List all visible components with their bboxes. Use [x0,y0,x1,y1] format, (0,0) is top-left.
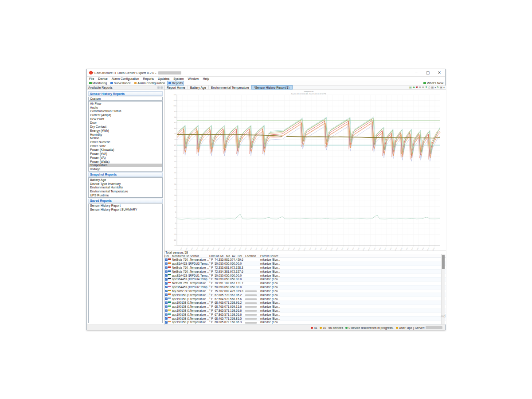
tab-report-home[interactable]: Report Home [164,86,188,89]
row-checkbox[interactable]: ✓ [165,270,168,273]
close-button[interactable]: ✕ [434,69,445,76]
row-checkbox[interactable]: ✓ [165,274,168,277]
add-series-icon[interactable]: ✚ [413,86,415,89]
sensor-history-chart[interactable]: 1101051009590858075706560555045403530252… [164,90,446,250]
toolbar-item-surveillance[interactable]: Surveillance [110,81,132,85]
row-checkbox[interactable]: ✓ [165,262,168,265]
row-checkbox[interactable]: ✓ [165,278,168,281]
settings-icon[interactable]: ▣ [440,86,442,89]
tab-battery-age[interactable]: Battery Age [188,86,209,89]
menu-item-file[interactable]: File [89,77,94,80]
row-checkbox[interactable]: ✓ [165,305,168,308]
report-item-door[interactable]: Door [89,121,162,125]
row-checkbox[interactable]: ✓ [165,317,168,320]
report-item-ups-runtime[interactable]: UPS Runtime [89,193,162,197]
row-checkbox[interactable]: ✓ [165,309,168,312]
column-header-6[interactable]: Ma... [226,254,232,258]
table-row[interactable]: ✓apc190158 (1...Temperature ...° F68.465… [164,317,446,321]
menu-item-updates[interactable]: Updates [158,77,169,80]
toolbar-item-reports[interactable]: Reports [168,81,184,85]
row-checkbox[interactable]: ✓ [165,290,168,293]
column-header-3[interactable]: Units [209,254,215,258]
report-item-sensor-history-report[interactable]: Sensor History Report [89,204,162,208]
print-icon[interactable]: ⎙ [428,86,430,89]
table-row[interactable]: ✓apc190158 (1...Temperature ...° F67.865… [164,313,446,317]
toolbar-item-alarm-configuration[interactable]: Alarm Configuration [133,81,166,85]
report-item-battery-age[interactable]: Battery Age [89,178,162,182]
table-scrollbar-thumb[interactable] [442,255,445,269]
report-item-other-state[interactable]: Other State [89,144,162,148]
column-header-8[interactable]: Del... [238,254,245,258]
column-header-7[interactable]: Av... [232,254,238,258]
report-item-environmental-temperature[interactable]: Environmental Temperature [89,189,162,193]
column-header-10[interactable]: Parent Device [260,254,296,258]
table-row[interactable]: ✓apc190158 (1...Temperature ...° F67.564… [164,297,446,301]
report-item-power-watts-[interactable]: Power (Watts) [89,160,162,164]
report-item-power-kilowatts-[interactable]: Power (Kilowatts) [89,148,162,152]
row-checkbox[interactable]: ✓ [165,258,168,261]
panel-maximize-icon[interactable] [160,86,163,89]
report-item-current-amps-[interactable]: Current (Amps) [89,113,162,117]
legend-icon[interactable]: ▤ [409,86,412,89]
column-header-5[interactable]: Mi... [220,254,226,258]
whats-new-link[interactable]: What's New [423,82,443,85]
report-item-power-kva-[interactable]: Power (kVA) [89,152,162,156]
table-row[interactable]: ✓apcB5A453 (1...RPDU3 Temp...° F50.050.0… [164,262,446,266]
toolbar-item-monitoring[interactable]: Monitoring [88,81,108,85]
report-item-humidity[interactable]: Humidity [89,133,162,137]
export-icon[interactable]: ⬆ [425,86,427,89]
row-checkbox[interactable]: ✓ [165,293,168,296]
report-item-communication-status[interactable]: Communication Status [89,109,162,113]
table-row[interactable]: ✓apc190158 (1...Temperature ...° F68.065… [164,321,446,325]
table-row[interactable]: ✓apc190158 (1...Temperature ...° F67.865… [164,309,446,313]
table-row[interactable]: ✓apc190158 (1...Temperature ...° F68.466… [164,301,446,305]
table-row[interactable]: ✓apc190158 (1...Temperature ...° F68.766… [164,305,446,309]
panel-minimize-icon[interactable] [157,86,160,89]
row-checkbox[interactable]: ✓ [165,286,168,289]
refresh-icon[interactable]: ↻ [437,86,439,89]
menu-item-window[interactable]: Window [188,77,199,80]
row-checkbox[interactable]: ✓ [165,321,168,324]
menu-item-help[interactable]: Help [203,77,209,80]
row-checkbox[interactable]: ✓ [165,282,168,285]
tab--sensor-history-report-1-[interactable]: *Sensor History Report(1) [252,86,292,89]
tab-environmental-temperature[interactable]: Environmental Temperature [209,86,252,89]
report-item-air-flow[interactable]: Air Flow [89,102,162,106]
row-checkbox[interactable]: ✓ [165,297,168,300]
table-row[interactable]: ✓NetBotz 750 ...Temperature ...° F74.355… [164,258,446,262]
report-item-dew-point[interactable]: Dew Point [89,117,162,121]
zoom-in-icon[interactable]: ⊕ [419,86,421,89]
report-item-environmental-humidity[interactable]: Environmental Humidity [89,185,162,189]
row-checkbox[interactable]: ✓ [165,313,168,316]
chart-type-icon[interactable]: ▦ [431,86,434,89]
report-item-dry-contact[interactable]: Dry Contact [89,125,162,129]
minimize-button[interactable]: – [411,69,422,76]
maximize-button[interactable]: ▢ [422,69,434,76]
table-row[interactable]: ✓apcB5A453 (1...RPDU1 Temp...° F50.050.0… [164,274,446,278]
report-item-energy-kwh-[interactable]: Energy (kWh) [89,129,162,133]
table-row[interactable]: ✓apcB5A453 (1...RPDU4 Temp...° F50.050.0… [164,278,446,282]
table-row[interactable]: ✓apc190158 (1...Temperature ...° F67.865… [164,293,446,297]
report-item-sensor-history-report-summary[interactable]: Sensor History Report SUMMARY [89,207,162,211]
table-row[interactable]: ✓My name is Si...Temperature ...° F75.26… [164,289,446,293]
column-header-0[interactable]: Col... [164,254,172,258]
column-header-9[interactable]: Location [245,254,260,258]
report-item-temperature[interactable]: Temperature [89,164,162,168]
report-item-power-va-[interactable]: Power (VA) [89,156,162,160]
remove-series-icon[interactable]: ✖ [416,86,418,89]
menu-item-alarm-configuration[interactable]: Alarm Configuration [112,77,139,80]
column-header-2[interactable]: Sensor [190,254,209,258]
table-row[interactable]: ✓NetBotz 750 ...Temperature ...° F72.954… [164,270,446,274]
table-row[interactable]: ✓NetBotz 755 ...Temperature ...° F70.951… [164,282,446,286]
menu-item-device[interactable]: Device [98,77,107,80]
row-checkbox[interactable]: ✓ [165,301,168,304]
table-row[interactable]: ✓NetBotz 750 ...Temperature ...° F72.353… [164,266,446,270]
chart-type-dropdown-icon[interactable]: ▾ [434,86,436,89]
zoom-out-icon[interactable]: ⊖ [422,86,424,89]
report-item-other-numeric[interactable]: Other Numeric [89,140,162,144]
menu-item-system[interactable]: System [173,77,184,80]
report-item-device-type-inventory[interactable]: Device Type Inventory [89,182,162,186]
table-row[interactable]: ✓apcB5A453 (1...RPDU2 Temp...° F50.050.0… [164,286,446,289]
report-item-audio[interactable]: Audio [89,106,162,110]
report-item-motion[interactable]: Motion [89,136,162,140]
